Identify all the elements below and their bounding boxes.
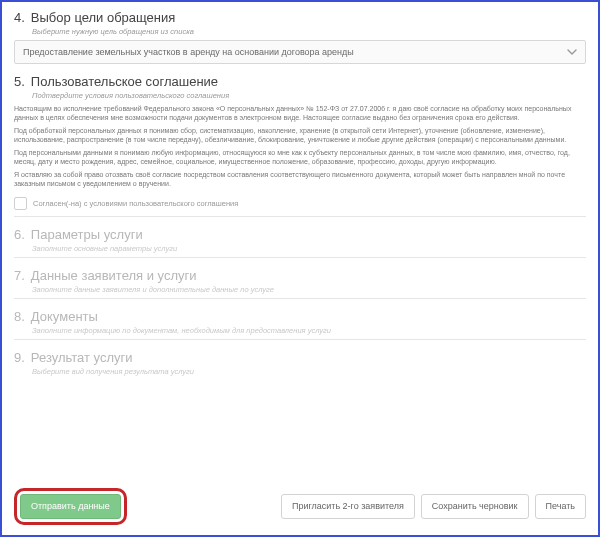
section-9-header: 9. Результат услуги xyxy=(14,350,586,365)
agreement-p2: Под обработкой персональных данных я пон… xyxy=(14,126,586,145)
print-button[interactable]: Печать xyxy=(535,494,586,519)
agreement-p3: Под персональными данными я понимаю любу… xyxy=(14,148,586,167)
section-4: 4. Выбор цели обращения Выберите нужную … xyxy=(14,10,586,64)
footer-actions: Отправить данные Пригласить 2-го заявите… xyxy=(14,488,586,525)
chevron-down-icon xyxy=(567,47,577,57)
divider xyxy=(14,298,586,299)
section-8-subtitle: Заполните информацию по документам, необ… xyxy=(32,326,586,335)
section-4-subtitle: Выберите нужную цель обращения из списка xyxy=(32,27,586,36)
section-4-number: 4. xyxy=(14,10,25,25)
section-6-title: Параметры услуги xyxy=(31,227,143,242)
divider xyxy=(14,257,586,258)
footer-right: Пригласить 2-го заявителя Сохранить черн… xyxy=(281,494,586,519)
section-8: 8. Документы Заполните информацию по док… xyxy=(14,309,586,340)
section-5-header: 5. Пользовательское соглашение xyxy=(14,74,586,89)
purpose-select-value: Предоставление земельных участков в арен… xyxy=(23,47,354,57)
section-7-header: 7. Данные заявителя и услуги xyxy=(14,268,586,283)
section-5-title: Пользовательское соглашение xyxy=(31,74,218,89)
section-9-title: Результат услуги xyxy=(31,350,133,365)
agreement-text: Настоящим во исполнение требований Федер… xyxy=(14,104,586,189)
submit-highlight: Отправить данные xyxy=(14,488,127,525)
footer-left: Отправить данные xyxy=(14,488,127,525)
divider xyxy=(14,216,586,217)
section-4-header: 4. Выбор цели обращения xyxy=(14,10,586,25)
agreement-p1: Настоящим во исполнение требований Федер… xyxy=(14,104,586,123)
section-8-number: 8. xyxy=(14,309,25,324)
section-5-number: 5. xyxy=(14,74,25,89)
section-9-subtitle: Выберите вид получения результата услуги xyxy=(32,367,586,376)
consent-row: Согласен(-на) с условиями пользовательск… xyxy=(14,197,586,210)
section-7: 7. Данные заявителя и услуги Заполните д… xyxy=(14,268,586,299)
section-6: 6. Параметры услуги Заполните основные п… xyxy=(14,227,586,258)
consent-label: Согласен(-на) с условиями пользовательск… xyxy=(33,199,238,208)
section-5-subtitle: Подтвердите условия пользовательского со… xyxy=(32,91,586,100)
consent-checkbox[interactable] xyxy=(14,197,27,210)
section-7-title: Данные заявителя и услуги xyxy=(31,268,197,283)
agreement-p4: Я оставляю за собой право отозвать своё … xyxy=(14,170,586,189)
section-4-title: Выбор цели обращения xyxy=(31,10,176,25)
section-8-title: Документы xyxy=(31,309,98,324)
section-6-header: 6. Параметры услуги xyxy=(14,227,586,242)
section-7-number: 7. xyxy=(14,268,25,283)
section-9-number: 9. xyxy=(14,350,25,365)
section-6-subtitle: Заполните основные параметры услуги xyxy=(32,244,586,253)
divider xyxy=(14,339,586,340)
section-8-header: 8. Документы xyxy=(14,309,586,324)
section-6-number: 6. xyxy=(14,227,25,242)
save-draft-button[interactable]: Сохранить черновик xyxy=(421,494,529,519)
submit-button[interactable]: Отправить данные xyxy=(20,494,121,519)
section-9: 9. Результат услуги Выберите вид получен… xyxy=(14,350,586,376)
invite-button[interactable]: Пригласить 2-го заявителя xyxy=(281,494,415,519)
purpose-select[interactable]: Предоставление земельных участков в арен… xyxy=(14,40,586,64)
section-7-subtitle: Заполните данные заявителя и дополнитель… xyxy=(32,285,586,294)
form-frame: 4. Выбор цели обращения Выберите нужную … xyxy=(0,0,600,537)
section-5: 5. Пользовательское соглашение Подтверди… xyxy=(14,74,586,217)
